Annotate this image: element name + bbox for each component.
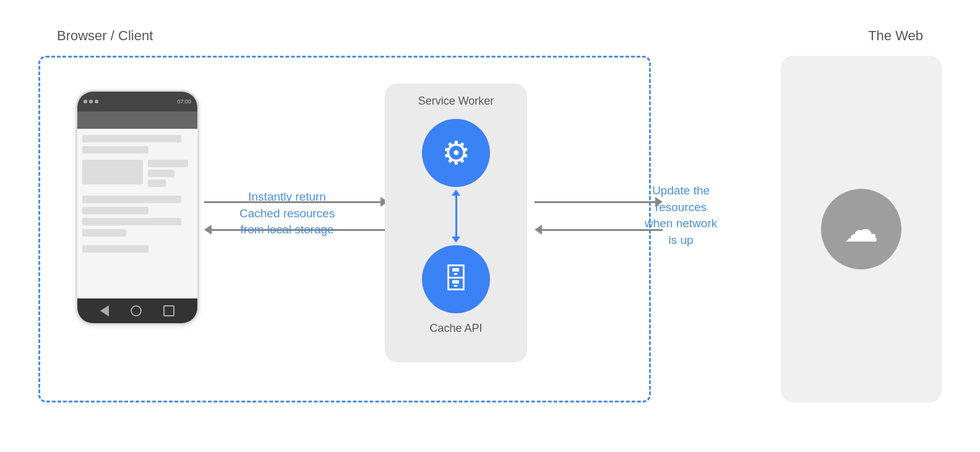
update-resources-label: Update the resources when network is up: [645, 183, 717, 248]
the-web-label: The Web: [868, 28, 923, 44]
phone-nav-bar: [77, 298, 197, 323]
phone-content: [77, 129, 197, 298]
content-line-5: [148, 180, 166, 187]
content-line-8: [82, 218, 181, 225]
signal-dot-3: [95, 100, 98, 103]
arrow-web-to-sw: [535, 225, 663, 235]
cached-resources-text: Cached resources: [239, 206, 335, 222]
when-network-text: when network: [645, 215, 717, 232]
content-line-1: [82, 135, 181, 142]
diagram-container: Browser / Client The Web 07:00: [20, 15, 960, 437]
arrow-sw-to-web: [535, 197, 663, 207]
cloud-icon: ☁: [844, 209, 879, 250]
database-icon-circle: 🗄: [422, 245, 490, 313]
cache-api-label: Cache API: [429, 322, 482, 335]
content-line-9: [82, 229, 126, 237]
nav-back-icon: [100, 305, 109, 316]
resources-text: resources: [645, 199, 717, 216]
web-box: ☁: [781, 56, 942, 402]
nav-recent-icon: [163, 305, 174, 316]
arrow-head-left-1: [204, 225, 212, 235]
phone-toolbar: [77, 111, 197, 129]
gear-icon: ⚙: [442, 134, 471, 172]
content-line-6: [82, 196, 181, 203]
database-icon: 🗄: [442, 264, 470, 295]
gear-icon-circle: ⚙: [422, 119, 490, 187]
nav-home-icon: [131, 305, 142, 316]
is-up-text: is up: [645, 232, 717, 249]
phone-status-icons: [84, 100, 98, 103]
from-local-storage-text: from local storage: [239, 222, 335, 238]
content-line-4: [148, 170, 174, 177]
content-line-10: [82, 245, 148, 253]
cloud-icon-circle: ☁: [821, 189, 901, 269]
phone-time: 07:00: [177, 98, 191, 105]
cached-resources-label: Instantly return Cached resources from l…: [239, 189, 335, 238]
arrow-head-left-2: [535, 225, 542, 235]
sw-vertical-arrow-line: [455, 194, 457, 238]
signal-dot-2: [89, 100, 93, 103]
arrow-line-sw-web: [535, 201, 655, 203]
service-worker-box: Service Worker ⚙ 🗄 Cache API: [385, 84, 527, 362]
content-line-2: [82, 146, 148, 154]
signal-dot-1: [84, 100, 87, 103]
phone-mockup: 07:00: [75, 90, 199, 325]
service-worker-label: Service Worker: [418, 95, 494, 108]
phone-status-bar: 07:00: [77, 92, 197, 111]
content-block: [82, 160, 143, 185]
sw-vertical-arrow: [455, 194, 457, 238]
instantly-return-text: Instantly return: [239, 189, 335, 206]
content-line-7: [82, 207, 148, 214]
update-the-text: Update the: [645, 183, 717, 199]
content-line-3: [148, 160, 188, 167]
browser-client-label: Browser / Client: [57, 28, 153, 44]
